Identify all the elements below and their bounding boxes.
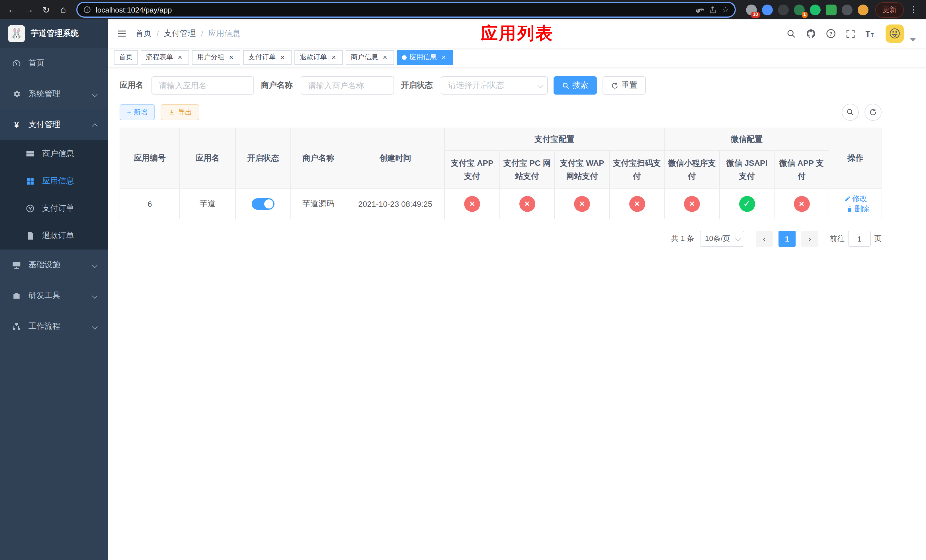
bookmark-star-icon[interactable]: ☆ — [722, 5, 729, 14]
github-icon[interactable] — [806, 29, 816, 39]
delete-link[interactable]: 删除 — [846, 204, 869, 214]
goto-page-input[interactable] — [848, 231, 871, 247]
share-icon[interactable] — [709, 5, 717, 14]
help-icon[interactable]: ? — [826, 29, 836, 39]
browser-toolbar: ← → ↻ ⌂ localhost:1024/pay/app ☆ 10 1 — [0, 0, 926, 20]
tab-process-form[interactable]: 流程表单× — [141, 50, 189, 65]
col-header-created: 创建时间 — [346, 128, 445, 188]
col-header-alipay-qr: 支付宝扫码支付 — [610, 151, 664, 188]
sidebar-item-system[interactable]: 系统管理 — [0, 79, 108, 109]
breadcrumb-payment[interactable]: 支付管理 — [164, 29, 196, 39]
search-button[interactable]: 搜索 — [554, 76, 597, 95]
svg-text:T: T — [865, 30, 870, 38]
refresh-table-button[interactable] — [864, 104, 882, 121]
fullscreen-icon[interactable] — [846, 29, 855, 38]
hamburger-icon[interactable] — [108, 20, 136, 48]
sidebar-item-label: 首页 — [29, 58, 44, 68]
sidebar-item-infrastructure[interactable]: 基础设施 — [0, 250, 108, 280]
table-row: 6 芋道 芋道源码 2021-10-23 08:49:25 × × × × × — [120, 188, 882, 219]
goto-label: 前往 — [830, 233, 844, 244]
trash-icon — [846, 205, 853, 212]
browser-extension-icon[interactable] — [762, 4, 773, 15]
browser-home-button[interactable]: ⌂ — [56, 2, 71, 17]
site-info-icon[interactable] — [83, 6, 91, 14]
add-button[interactable]: + 新增 — [120, 104, 155, 120]
sidebar-item-label: 系统管理 — [29, 89, 61, 99]
logo-image: 🐰 — [8, 25, 25, 42]
sidebar-item-dev-tools[interactable]: 研发工具 — [0, 280, 108, 311]
status-toggle[interactable] — [252, 198, 274, 209]
tab-user-group[interactable]: 用户分组× — [192, 50, 240, 65]
app-name-input[interactable] — [151, 76, 254, 95]
browser-extension-icon[interactable] — [826, 4, 837, 15]
prev-page-button[interactable]: ‹ — [756, 231, 773, 247]
export-button[interactable]: 导出 — [160, 104, 199, 120]
font-size-icon[interactable]: TT — [865, 28, 876, 39]
tab-pay-order[interactable]: 支付订单× — [243, 50, 292, 65]
svg-text:?: ? — [829, 31, 832, 37]
page-number-button[interactable]: 1 — [779, 231, 796, 247]
browser-extension-icon[interactable] — [810, 4, 821, 15]
browser-back-button[interactable]: ← — [5, 2, 20, 17]
browser-extension-icon[interactable] — [842, 4, 853, 15]
browser-update-button[interactable]: 更新 — [875, 2, 904, 17]
browser-extension-icon[interactable] — [778, 4, 789, 15]
tab-merchant-info[interactable]: 商户信息× — [346, 50, 394, 65]
page-size-select[interactable]: 10条/页 — [700, 231, 744, 247]
breadcrumb-home[interactable]: 首页 — [136, 29, 151, 39]
merchant-name-label: 商户名称 — [261, 80, 301, 91]
close-icon[interactable]: × — [227, 53, 235, 61]
browser-reload-button[interactable]: ↻ — [39, 2, 53, 17]
sidebar-logo[interactable]: 🐰 芋道管理系统 — [0, 20, 108, 48]
sidebar: 🐰 芋道管理系统 首页 系统管理 ¥ 支付管理 — [0, 20, 108, 560]
browser-menu-icon[interactable]: ⋮ — [906, 5, 921, 15]
add-button-label: 新增 — [134, 107, 147, 117]
app-name-label: 应用名 — [120, 80, 151, 91]
browser-extension-icon[interactable]: 1 — [794, 4, 805, 15]
close-icon[interactable]: × — [381, 53, 389, 61]
app-table: 应用编号 应用名 开启状态 商户名称 创建时间 支付宝配置 微信配置 操作 支付… — [120, 128, 882, 219]
tab-label: 用户分组 — [197, 52, 224, 62]
group-header-alipay: 支付宝配置 — [445, 128, 664, 151]
filter-form: 应用名 商户名称 开启状态 请选择开启状态 — [120, 76, 882, 95]
toggle-search-button[interactable] — [842, 104, 859, 121]
status-select[interactable]: 请选择开启状态 — [441, 76, 548, 95]
tab-refund-order[interactable]: 退款订单× — [294, 50, 343, 65]
breadcrumb-current: 应用信息 — [209, 29, 240, 39]
close-icon[interactable]: × — [176, 53, 184, 61]
sidebar-item-home[interactable]: 首页 — [0, 48, 108, 79]
caret-down-icon[interactable] — [910, 38, 916, 42]
pencil-icon — [844, 195, 850, 202]
browser-forward-button[interactable]: → — [22, 2, 36, 17]
card-icon — [25, 149, 35, 158]
cell-alipay-wap: × — [554, 188, 610, 219]
close-icon[interactable]: × — [330, 53, 338, 61]
search-icon[interactable] — [787, 29, 796, 38]
cell-wechat-mini: × — [664, 188, 720, 219]
sidebar-item-app-info[interactable]: 应用信息 — [0, 168, 108, 195]
merchant-name-input[interactable] — [301, 76, 394, 95]
goto-suffix: 页 — [874, 233, 882, 244]
sidebar-item-merchant-info[interactable]: 商户信息 — [0, 140, 108, 168]
cell-status — [236, 188, 291, 219]
sidebar-item-pay-order[interactable]: 支付订单 — [0, 195, 108, 222]
cell-app-id: 6 — [120, 188, 180, 219]
tab-home[interactable]: 首页 — [114, 50, 138, 65]
reset-button[interactable]: 重置 — [602, 76, 646, 95]
tags-bar: 首页 流程表单× 用户分组× 支付订单× 退款订单× 商户信息× 应用信息× — [108, 48, 926, 67]
sidebar-item-payment[interactable]: ¥ 支付管理 — [0, 109, 108, 140]
cross-circle-icon: × — [519, 196, 535, 212]
next-page-button[interactable]: › — [801, 231, 819, 247]
extensions-puzzle-icon[interactable]: 10 — [746, 4, 757, 15]
url-text[interactable]: localhost:1024/pay/app — [96, 5, 691, 14]
close-icon[interactable]: × — [440, 53, 448, 61]
password-key-icon[interactable] — [696, 5, 704, 14]
edit-link[interactable]: 修改 — [844, 194, 867, 204]
sidebar-item-refund-order[interactable]: 退款订单 — [0, 222, 108, 250]
profile-avatar-icon[interactable] — [858, 4, 869, 15]
address-bar[interactable]: localhost:1024/pay/app ☆ — [76, 2, 736, 18]
user-avatar[interactable]: 😜 — [885, 24, 904, 43]
tab-app-info[interactable]: 应用信息× — [397, 50, 453, 65]
close-icon[interactable]: × — [278, 53, 286, 61]
sidebar-item-workflow[interactable]: 工作流程 — [0, 311, 108, 342]
